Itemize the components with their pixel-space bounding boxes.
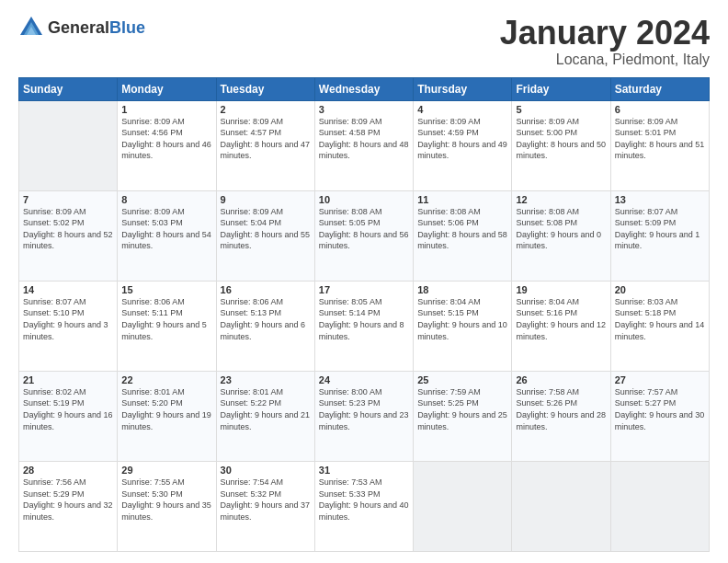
day-number: 14: [23, 284, 113, 295]
table-row: 15Sunrise: 8:06 AMSunset: 5:11 PMDayligh…: [118, 281, 216, 371]
table-row: 26Sunrise: 7:58 AMSunset: 5:26 PMDayligh…: [512, 371, 610, 461]
day-number: 19: [516, 284, 606, 295]
calendar-week-row: 1Sunrise: 8:09 AMSunset: 4:56 PMDaylight…: [19, 100, 710, 190]
day-detail: Sunrise: 8:06 AMSunset: 5:11 PMDaylight:…: [121, 296, 211, 342]
day-number: 28: [23, 465, 113, 476]
day-number: 8: [121, 194, 211, 205]
day-number: 27: [615, 374, 705, 385]
table-row: 14Sunrise: 8:07 AMSunset: 5:10 PMDayligh…: [19, 281, 118, 371]
table-row: [414, 461, 512, 551]
day-number: 20: [615, 284, 705, 295]
table-row: 9Sunrise: 8:09 AMSunset: 5:04 PMDaylight…: [216, 190, 314, 281]
day-number: 3: [319, 104, 409, 115]
header: GeneralBlue January 2024 Locana, Piedmon…: [18, 15, 710, 68]
day-number: 29: [121, 465, 211, 476]
table-row: 17Sunrise: 8:05 AMSunset: 5:14 PMDayligh…: [314, 281, 413, 371]
table-row: 27Sunrise: 7:57 AMSunset: 5:27 PMDayligh…: [610, 371, 709, 461]
table-row: 3Sunrise: 8:09 AMSunset: 4:58 PMDaylight…: [314, 100, 413, 190]
table-row: 28Sunrise: 7:56 AMSunset: 5:29 PMDayligh…: [19, 461, 118, 551]
day-number: 11: [417, 194, 507, 205]
table-row: 10Sunrise: 8:08 AMSunset: 5:05 PMDayligh…: [314, 190, 413, 281]
day-detail: Sunrise: 8:04 AMSunset: 5:15 PMDaylight:…: [417, 296, 507, 342]
table-row: [610, 461, 709, 551]
col-tuesday: Tuesday: [216, 77, 314, 100]
day-detail: Sunrise: 8:03 AMSunset: 5:18 PMDaylight:…: [615, 296, 705, 342]
calendar-table: Sunday Monday Tuesday Wednesday Thursday…: [18, 77, 710, 552]
day-number: 21: [23, 374, 113, 385]
day-detail: Sunrise: 8:09 AMSunset: 4:56 PMDaylight:…: [121, 116, 211, 162]
table-row: 11Sunrise: 8:08 AMSunset: 5:06 PMDayligh…: [414, 190, 512, 281]
table-row: 16Sunrise: 8:06 AMSunset: 5:13 PMDayligh…: [216, 281, 314, 371]
col-friday: Friday: [512, 77, 610, 100]
calendar-week-row: 21Sunrise: 8:02 AMSunset: 5:19 PMDayligh…: [19, 371, 710, 461]
table-row: 6Sunrise: 8:09 AMSunset: 5:01 PMDaylight…: [610, 100, 709, 190]
table-row: 8Sunrise: 8:09 AMSunset: 5:03 PMDaylight…: [118, 190, 216, 281]
day-detail: Sunrise: 8:09 AMSunset: 4:57 PMDaylight:…: [221, 116, 311, 162]
day-detail: Sunrise: 8:09 AMSunset: 4:58 PMDaylight:…: [319, 116, 409, 162]
page: GeneralBlue January 2024 Locana, Piedmon…: [0, 0, 728, 563]
calendar-week-row: 14Sunrise: 8:07 AMSunset: 5:10 PMDayligh…: [19, 281, 710, 371]
day-detail: Sunrise: 8:09 AMSunset: 5:03 PMDaylight:…: [121, 206, 211, 252]
col-monday: Monday: [118, 77, 216, 100]
day-detail: Sunrise: 8:06 AMSunset: 5:13 PMDaylight:…: [221, 296, 311, 342]
day-number: 15: [121, 284, 211, 295]
month-title: January 2024: [500, 15, 710, 52]
day-number: 31: [319, 465, 409, 476]
day-detail: Sunrise: 7:59 AMSunset: 5:25 PMDaylight:…: [417, 386, 507, 432]
table-row: 13Sunrise: 8:07 AMSunset: 5:09 PMDayligh…: [610, 190, 709, 281]
title-block: January 2024 Locana, Piedmont, Italy: [500, 15, 710, 68]
day-number: 10: [319, 194, 409, 205]
col-thursday: Thursday: [414, 77, 512, 100]
day-number: 26: [516, 374, 606, 385]
day-number: 9: [221, 194, 311, 205]
day-number: 16: [221, 284, 311, 295]
day-number: 12: [516, 194, 606, 205]
logo-blue: Blue: [109, 18, 145, 37]
day-number: 7: [23, 194, 113, 205]
day-detail: Sunrise: 8:02 AMSunset: 5:19 PMDaylight:…: [23, 386, 113, 432]
day-detail: Sunrise: 7:56 AMSunset: 5:29 PMDaylight:…: [23, 477, 113, 523]
day-detail: Sunrise: 8:08 AMSunset: 5:08 PMDaylight:…: [516, 206, 606, 252]
table-row: 29Sunrise: 7:55 AMSunset: 5:30 PMDayligh…: [118, 461, 216, 551]
day-number: 30: [221, 465, 311, 476]
day-detail: Sunrise: 8:01 AMSunset: 5:22 PMDaylight:…: [221, 386, 311, 432]
day-number: 25: [417, 374, 507, 385]
calendar-week-row: 7Sunrise: 8:09 AMSunset: 5:02 PMDaylight…: [19, 190, 710, 281]
table-row: 19Sunrise: 8:04 AMSunset: 5:16 PMDayligh…: [512, 281, 610, 371]
table-row: 31Sunrise: 7:53 AMSunset: 5:33 PMDayligh…: [314, 461, 413, 551]
table-row: 22Sunrise: 8:01 AMSunset: 5:20 PMDayligh…: [118, 371, 216, 461]
table-row: 18Sunrise: 8:04 AMSunset: 5:15 PMDayligh…: [414, 281, 512, 371]
day-detail: Sunrise: 7:53 AMSunset: 5:33 PMDaylight:…: [319, 477, 409, 523]
day-detail: Sunrise: 8:04 AMSunset: 5:16 PMDaylight:…: [516, 296, 606, 342]
day-number: 23: [221, 374, 311, 385]
location-title: Locana, Piedmont, Italy: [500, 52, 710, 68]
col-sunday: Sunday: [19, 77, 118, 100]
day-number: 24: [319, 374, 409, 385]
day-number: 18: [417, 284, 507, 295]
table-row: 24Sunrise: 8:00 AMSunset: 5:23 PMDayligh…: [314, 371, 413, 461]
day-detail: Sunrise: 8:00 AMSunset: 5:23 PMDaylight:…: [319, 386, 409, 432]
day-detail: Sunrise: 7:54 AMSunset: 5:32 PMDaylight:…: [221, 477, 311, 523]
day-detail: Sunrise: 7:57 AMSunset: 5:27 PMDaylight:…: [615, 386, 705, 432]
table-row: 23Sunrise: 8:01 AMSunset: 5:22 PMDayligh…: [216, 371, 314, 461]
day-detail: Sunrise: 8:09 AMSunset: 5:00 PMDaylight:…: [516, 116, 606, 162]
table-row: 4Sunrise: 8:09 AMSunset: 4:59 PMDaylight…: [414, 100, 512, 190]
day-detail: Sunrise: 8:09 AMSunset: 5:04 PMDaylight:…: [221, 206, 311, 252]
logo: GeneralBlue: [18, 15, 145, 40]
col-saturday: Saturday: [610, 77, 709, 100]
logo-icon: [18, 15, 44, 40]
day-number: 17: [319, 284, 409, 295]
table-row: [19, 100, 118, 190]
calendar-week-row: 28Sunrise: 7:56 AMSunset: 5:29 PMDayligh…: [19, 461, 710, 551]
day-detail: Sunrise: 7:58 AMSunset: 5:26 PMDaylight:…: [516, 386, 606, 432]
day-detail: Sunrise: 8:05 AMSunset: 5:14 PMDaylight:…: [319, 296, 409, 342]
col-wednesday: Wednesday: [314, 77, 413, 100]
day-number: 6: [615, 104, 705, 115]
table-row: 7Sunrise: 8:09 AMSunset: 5:02 PMDaylight…: [19, 190, 118, 281]
table-row: [512, 461, 610, 551]
table-row: 20Sunrise: 8:03 AMSunset: 5:18 PMDayligh…: [610, 281, 709, 371]
table-row: 30Sunrise: 7:54 AMSunset: 5:32 PMDayligh…: [216, 461, 314, 551]
day-detail: Sunrise: 8:07 AMSunset: 5:10 PMDaylight:…: [23, 296, 113, 342]
calendar-header-row: Sunday Monday Tuesday Wednesday Thursday…: [19, 77, 710, 100]
table-row: 5Sunrise: 8:09 AMSunset: 5:00 PMDaylight…: [512, 100, 610, 190]
